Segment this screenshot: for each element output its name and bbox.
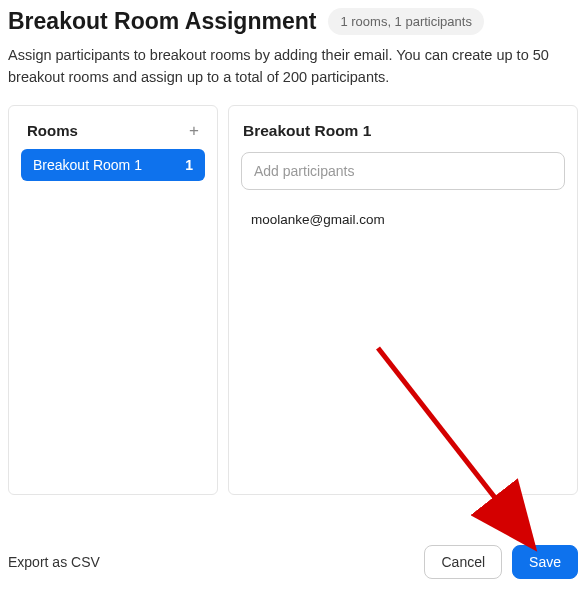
- page-description: Assign participants to breakout rooms by…: [8, 45, 578, 89]
- cancel-button[interactable]: Cancel: [424, 545, 502, 579]
- participant-item[interactable]: moolanke@gmail.com: [249, 208, 557, 231]
- page-title: Breakout Room Assignment: [8, 8, 316, 35]
- room-item[interactable]: Breakout Room 1 1: [21, 149, 205, 181]
- rooms-count-badge: 1 rooms, 1 participants: [328, 8, 484, 35]
- room-item-count: 1: [185, 157, 193, 173]
- export-csv-link[interactable]: Export as CSV: [8, 554, 100, 570]
- rooms-header-label: Rooms: [27, 122, 78, 139]
- add-room-icon[interactable]: +: [189, 122, 199, 139]
- rooms-panel: Rooms + Breakout Room 1 1: [8, 105, 218, 495]
- room-detail-title: Breakout Room 1: [241, 120, 565, 152]
- room-item-name: Breakout Room 1: [33, 157, 142, 173]
- save-button[interactable]: Save: [512, 545, 578, 579]
- room-detail-panel: Breakout Room 1 moolanke@gmail.com: [228, 105, 578, 495]
- add-participants-input[interactable]: [241, 152, 565, 190]
